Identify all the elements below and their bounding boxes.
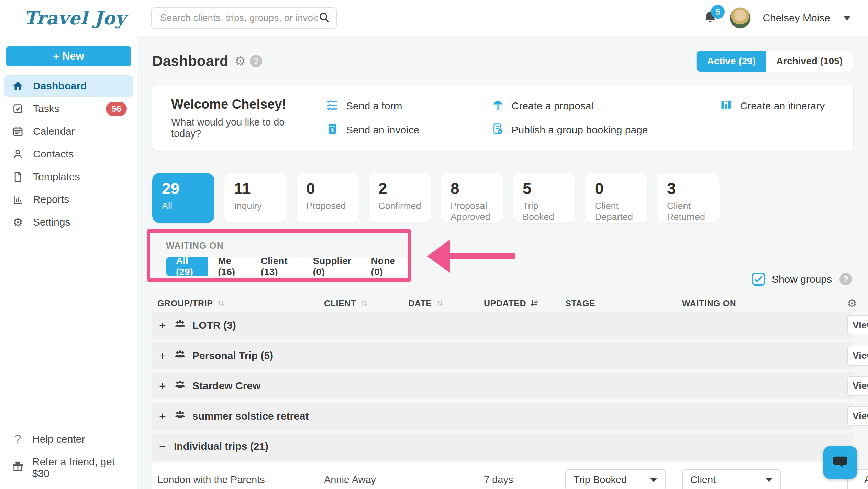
- stage-select[interactable]: Trip Booked: [565, 469, 666, 489]
- sidebar-item-settings[interactable]: ⚙ Settings: [4, 211, 133, 233]
- sort-icon[interactable]: [216, 299, 225, 308]
- table-row: London with the Parents Annie Away 7 day…: [152, 463, 853, 489]
- stage-count: 29: [162, 179, 214, 198]
- show-groups-checkbox[interactable]: [752, 273, 765, 286]
- publish-group-booking-action[interactable]: Publish a group booking page: [492, 123, 648, 138]
- sidebar-item-dashboard[interactable]: Dashboard: [4, 75, 133, 97]
- group-name[interactable]: LOTR (3): [192, 319, 236, 331]
- stage-filter-cards: 29 All 11 Inquiry 0 Proposed 2 Confirmed…: [152, 173, 853, 223]
- stage-card-client-departed[interactable]: 0 Client Departed: [585, 173, 647, 223]
- group-name[interactable]: Personal Trip (5): [192, 350, 273, 361]
- sort-descending-icon[interactable]: [530, 298, 539, 308]
- refer-friend-link[interactable]: Refer a friend, get $30: [12, 456, 125, 479]
- column-waiting-on[interactable]: WAITING ON: [682, 298, 847, 308]
- create-itinerary-action[interactable]: Create an itinerary: [720, 99, 825, 113]
- sort-icon[interactable]: [435, 299, 444, 308]
- show-groups-control: Show groups ?: [752, 273, 852, 286]
- expand-icon[interactable]: +: [157, 379, 168, 393]
- group-name-cell: + LOTR (3): [157, 318, 847, 333]
- group-name-cell: + Personal Trip (5): [157, 348, 847, 363]
- group-icon: [174, 409, 186, 424]
- column-group-trip[interactable]: GROUP/TRIP: [157, 298, 324, 308]
- sidebar-item-label: Contacts: [33, 148, 74, 160]
- column-updated[interactable]: UPDATED: [484, 298, 565, 308]
- column-label: STAGE: [565, 298, 595, 308]
- send-invoice-action[interactable]: $ Send an invoice: [326, 123, 420, 138]
- column-stage[interactable]: STAGE: [565, 298, 682, 308]
- sidebar-item-reports[interactable]: Reports: [4, 189, 133, 210]
- dashboard-settings-gear-icon[interactable]: ⚙: [235, 55, 246, 67]
- group-name-cell: + Stardew Crew: [157, 379, 847, 393]
- chevron-down-icon: [765, 478, 773, 482]
- bell-icon: [703, 20, 718, 26]
- waiting-on-select[interactable]: Client: [682, 469, 781, 489]
- tab-active[interactable]: Active (29): [697, 51, 766, 72]
- chat-widget-button[interactable]: [823, 446, 857, 479]
- stage-card-inquiry[interactable]: 11 Inquiry: [224, 173, 287, 223]
- sidebar-footer: ? Help center Refer a friend, get $30: [0, 432, 137, 489]
- stage-card-client-returned[interactable]: 3 Client Returned: [657, 173, 720, 223]
- waiting-filter-supplier[interactable]: Supplier (0): [303, 257, 361, 276]
- tab-archived[interactable]: Archived (105): [766, 51, 853, 72]
- stage-card-all[interactable]: 29 All: [152, 173, 214, 223]
- stage-card-proposal-approved[interactable]: 8 Proposal Approved: [441, 173, 503, 223]
- sidebar-item-templates[interactable]: Templates: [4, 166, 133, 187]
- sidebar-item-label: Dashboard: [33, 80, 87, 92]
- annotation-arrow: [427, 240, 515, 273]
- view-group-button[interactable]: View group: [847, 406, 868, 426]
- global-search[interactable]: [151, 7, 337, 29]
- column-label: DATE: [408, 298, 432, 308]
- view-group-button[interactable]: View group: [847, 315, 868, 335]
- table-row: + summer solstice retreat View group: [152, 403, 853, 430]
- action-label: Publish a group booking page: [512, 124, 648, 136]
- table-settings-gear-icon[interactable]: ⚙: [847, 298, 857, 309]
- send-form-action[interactable]: Send a form: [326, 99, 420, 113]
- trip-name[interactable]: London with the Parents: [157, 474, 324, 486]
- group-name-cell: − Individual trips (21): [157, 440, 847, 453]
- user-menu-caret-icon[interactable]: [843, 16, 851, 20]
- stage-count: 8: [450, 179, 503, 198]
- view-group-button[interactable]: View group: [847, 346, 868, 366]
- sidebar-item-contacts[interactable]: Contacts: [4, 143, 133, 165]
- travel-joy-logo[interactable]: Travel Joy: [0, 8, 137, 29]
- sidebar-item-tasks[interactable]: Tasks 56: [4, 98, 133, 119]
- table-row: − Individual trips (21): [152, 433, 853, 460]
- waiting-filter-me[interactable]: Me (16): [208, 257, 251, 276]
- column-date[interactable]: DATE: [408, 298, 484, 308]
- sidebar-item-calendar[interactable]: Calendar: [4, 121, 133, 142]
- notifications-button[interactable]: 5: [703, 10, 718, 26]
- expand-icon[interactable]: +: [157, 410, 168, 423]
- new-button[interactable]: + New: [6, 46, 131, 66]
- user-name[interactable]: Chelsey Moise: [763, 12, 830, 24]
- group-name[interactable]: Individual trips (21): [174, 441, 268, 452]
- waiting-filter-all[interactable]: All (29): [166, 257, 208, 276]
- search-icon[interactable]: [318, 11, 330, 24]
- help-center-link[interactable]: ? Help center: [12, 432, 125, 446]
- svg-text:$: $: [331, 127, 334, 133]
- column-client[interactable]: CLIENT: [324, 298, 408, 308]
- show-groups-help-icon[interactable]: ?: [839, 273, 852, 285]
- search-input[interactable]: [160, 12, 318, 23]
- stage-card-trip-booked[interactable]: 5 Trip Booked: [513, 173, 575, 223]
- expand-icon[interactable]: +: [157, 319, 168, 332]
- collapse-icon[interactable]: −: [157, 440, 168, 453]
- trip-client[interactable]: Annie Away: [324, 474, 408, 486]
- waiting-on-filter: All (29) Me (16) Client (13) Supplier (0…: [166, 257, 408, 276]
- column-label: WAITING ON: [682, 298, 736, 308]
- stage-card-proposed[interactable]: 0 Proposed: [297, 173, 359, 223]
- dashboard-help-icon[interactable]: ?: [250, 55, 262, 67]
- stage-card-confirmed[interactable]: 2 Confirmed: [369, 173, 431, 223]
- checklist-icon: [326, 99, 338, 113]
- stage-label: Inquiry: [234, 200, 287, 211]
- waiting-filter-client[interactable]: Client (13): [251, 257, 303, 276]
- view-group-button[interactable]: View group: [847, 376, 868, 396]
- create-proposal-action[interactable]: Create a proposal: [492, 99, 648, 113]
- sort-icon[interactable]: [360, 299, 369, 308]
- calendar-icon: [12, 125, 24, 138]
- group-name[interactable]: summer solstice retreat: [192, 410, 309, 422]
- waiting-filter-none[interactable]: None (0): [361, 257, 408, 276]
- quick-actions: Send a form $ Send an invoice Create a p…: [326, 94, 825, 142]
- avatar[interactable]: [730, 7, 751, 29]
- expand-icon[interactable]: +: [157, 349, 168, 362]
- group-name[interactable]: Stardew Crew: [192, 380, 260, 392]
